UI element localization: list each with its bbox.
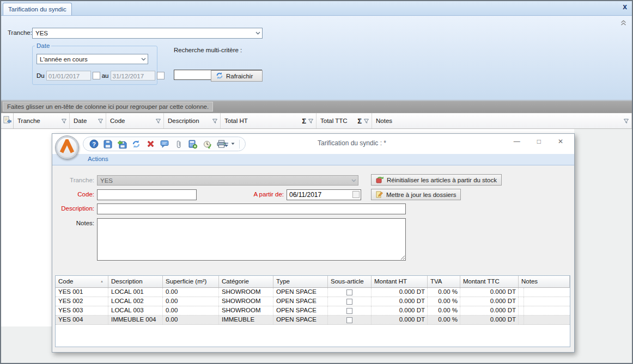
- filter-icon[interactable]: [212, 118, 218, 124]
- period-select[interactable]: L'année en cours: [36, 54, 148, 64]
- cell-description[interactable]: LOCAL 002: [108, 297, 163, 306]
- filter-icon[interactable]: [155, 118, 161, 124]
- sous-article-checkbox[interactable]: [346, 299, 352, 305]
- cell-sous-article[interactable]: [328, 316, 372, 324]
- cell-montant-ttc[interactable]: 0.000 DT: [460, 288, 519, 297]
- tranche-select[interactable]: YES: [32, 28, 263, 39]
- date-picker-button[interactable]: [352, 191, 360, 198]
- cell-notes[interactable]: [519, 306, 524, 315]
- cell-superficie-m[interactable]: 0.00: [163, 288, 219, 297]
- cell-superficie-m[interactable]: 0.00: [163, 297, 219, 306]
- column-header-date[interactable]: Date: [70, 113, 106, 128]
- row-indicator-cell[interactable]: [1, 113, 14, 128]
- cell-montant-ht[interactable]: 0.000 DT: [372, 288, 428, 297]
- dialog-column-header-description[interactable]: Description: [108, 276, 163, 287]
- dialog-column-header-tva[interactable]: TVA: [428, 276, 460, 287]
- cell-montant-ttc[interactable]: 0.000 DT: [460, 316, 519, 324]
- cell-montant-ht[interactable]: 0.000 DT: [372, 316, 428, 324]
- filter-icon[interactable]: [61, 118, 67, 124]
- table-row[interactable]: YES 002LOCAL 0020.00SHOWROOMOPEN SPACE0.…: [56, 297, 570, 306]
- dialog-column-header-type[interactable]: Type: [273, 276, 328, 287]
- dialog-column-header-superficie-m[interactable]: Superficie (m²): [163, 276, 219, 287]
- dialog-close-icon[interactable]: ✕: [558, 138, 563, 145]
- cell-code[interactable]: YES 001: [56, 288, 108, 297]
- insert-calculation-icon[interactable]: [188, 139, 198, 149]
- cell-type[interactable]: OPEN SPACE: [273, 297, 328, 306]
- sum-icon[interactable]: Σ: [357, 117, 362, 125]
- cell-code[interactable]: YES 002: [56, 297, 108, 306]
- cell-notes[interactable]: [519, 297, 524, 306]
- notes-textarea[interactable]: [97, 218, 406, 261]
- sous-article-checkbox[interactable]: [346, 308, 352, 314]
- filter-icon[interactable]: [98, 118, 104, 124]
- cell-notes[interactable]: [519, 288, 524, 297]
- date-to-field[interactable]: 31/12/2017: [111, 71, 155, 81]
- cell-sous-article[interactable]: [328, 297, 372, 306]
- column-header-description[interactable]: Description: [164, 113, 221, 128]
- dialog-column-header-sous-article[interactable]: Sous-article: [328, 276, 372, 287]
- application-menu-button[interactable]: [55, 135, 79, 159]
- dialog-column-header-montant-ht[interactable]: Montant HT: [372, 276, 428, 287]
- table-row[interactable]: YES 001LOCAL 0010.00SHOWROOMOPEN SPACE0.…: [56, 288, 570, 297]
- column-header-total-ttc[interactable]: Total TTCΣ: [316, 113, 372, 128]
- cell-superficie-m[interactable]: 0.00: [163, 306, 219, 315]
- sous-article-checkbox[interactable]: [346, 317, 352, 323]
- toolbar-overflow-icon[interactable]: [224, 140, 229, 150]
- column-header-code[interactable]: Code: [106, 113, 164, 128]
- mettre-a-jour-button[interactable]: Mettre à jour les dossiers: [371, 189, 461, 200]
- comment-icon[interactable]: [160, 139, 169, 149]
- group-by-panel[interactable]: Faites glisser un en-tête de colonne ici…: [1, 100, 632, 113]
- cell-sous-article[interactable]: [328, 306, 372, 315]
- cell-superficie-m[interactable]: 0.00: [163, 316, 219, 324]
- tab-tarification-du-syndic[interactable]: Tarification du syndic: [3, 3, 72, 15]
- tab-actions[interactable]: Actions: [88, 156, 108, 162]
- cell-montant-ttc[interactable]: 0.000 DT: [460, 306, 519, 315]
- cell-tva[interactable]: 0.00 %: [428, 316, 460, 324]
- dialog-column-header-montant-ttc[interactable]: Montant TTC: [460, 276, 519, 287]
- reinitialiser-articles-button[interactable]: Réinitialiser les articles à partir du s…: [371, 174, 502, 186]
- history-icon[interactable]: [202, 139, 212, 149]
- cell-montant-ht[interactable]: 0.000 DT: [372, 297, 428, 306]
- date-from-field[interactable]: 01/01/2017: [46, 71, 91, 81]
- help-icon[interactable]: ?: [89, 139, 99, 149]
- column-header-total-ht[interactable]: Total HTΣ: [221, 113, 316, 128]
- cell-cat-gorie[interactable]: IMMEUBLE: [219, 316, 273, 324]
- cell-montant-ht[interactable]: 0.000 DT: [372, 306, 428, 315]
- cell-tva[interactable]: 0.00 %: [428, 306, 460, 315]
- filter-icon[interactable]: [623, 118, 629, 124]
- save-icon[interactable]: [103, 139, 113, 149]
- cell-sous-article[interactable]: [328, 288, 372, 297]
- cell-cat-gorie[interactable]: SHOWROOM: [219, 297, 273, 306]
- date-to-checkbox[interactable]: [157, 72, 165, 79]
- save-export-icon[interactable]: [117, 139, 127, 149]
- attachment-icon[interactable]: [174, 139, 184, 149]
- delete-icon[interactable]: [145, 139, 155, 149]
- column-header-tranche[interactable]: Tranche: [14, 113, 70, 128]
- close-icon[interactable]: x: [623, 3, 627, 10]
- cell-description[interactable]: IMMEUBLE 004: [108, 316, 163, 324]
- dialog-column-header-notes[interactable]: Notes: [519, 276, 570, 287]
- a-partir-de-datefield[interactable]: 06/11/2017: [287, 189, 361, 200]
- cell-type[interactable]: OPEN SPACE: [273, 306, 328, 315]
- description-input[interactable]: [97, 203, 406, 214]
- dialog-column-header-code[interactable]: Code▲: [56, 276, 108, 287]
- refresh-icon[interactable]: [131, 139, 141, 149]
- cell-tva[interactable]: 0.00 %: [428, 288, 460, 297]
- sous-article-checkbox[interactable]: [346, 289, 352, 295]
- cell-notes[interactable]: [519, 316, 524, 324]
- filter-icon[interactable]: [308, 118, 314, 124]
- minimize-icon[interactable]: —: [514, 138, 520, 145]
- maximize-icon[interactable]: □: [537, 138, 541, 145]
- cell-description[interactable]: LOCAL 003: [108, 306, 163, 315]
- table-row[interactable]: YES 003LOCAL 0030.00SHOWROOMOPEN SPACE0.…: [56, 306, 570, 316]
- cell-code[interactable]: YES 003: [56, 306, 108, 315]
- table-row[interactable]: YES 004IMMEUBLE 0040.00IMMEUBLEOPEN SPAC…: [56, 316, 570, 325]
- code-input[interactable]: [97, 189, 197, 200]
- cell-code[interactable]: YES 004: [56, 316, 108, 324]
- cell-type[interactable]: OPEN SPACE: [273, 316, 328, 324]
- dialog-column-header-cat-gorie[interactable]: Catégorie: [219, 276, 273, 287]
- sum-icon[interactable]: Σ: [302, 117, 306, 125]
- collapse-chevron-icon[interactable]: [620, 18, 626, 28]
- cell-tva[interactable]: 0.00 %: [428, 297, 460, 306]
- cell-montant-ttc[interactable]: 0.000 DT: [460, 297, 519, 306]
